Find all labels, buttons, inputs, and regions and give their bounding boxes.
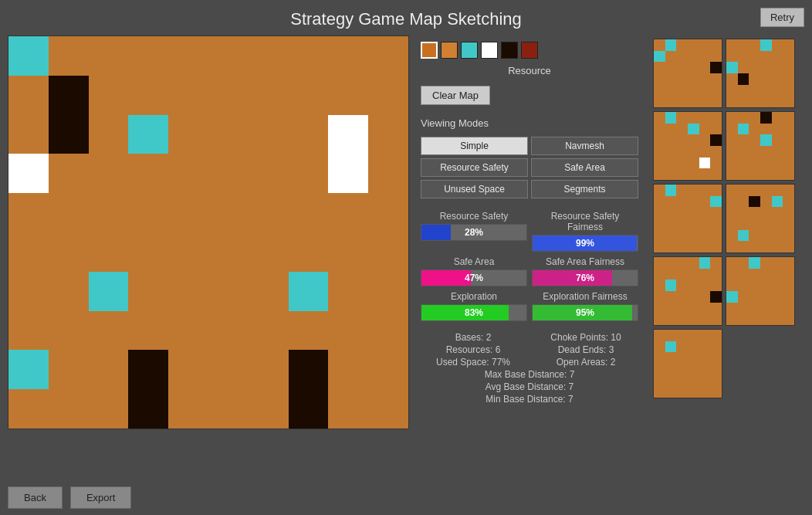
map-cell[interactable] bbox=[368, 115, 408, 154]
map-cell[interactable] bbox=[168, 193, 208, 232]
swatch[interactable] bbox=[461, 42, 478, 59]
map-cell[interactable] bbox=[168, 389, 208, 429]
map-cell[interactable] bbox=[249, 389, 289, 429]
map-cell[interactable] bbox=[368, 154, 408, 193]
map-cell[interactable] bbox=[168, 115, 208, 154]
map-cell[interactable] bbox=[8, 350, 49, 389]
map-cell[interactable] bbox=[128, 36, 168, 76]
map-cell[interactable] bbox=[208, 389, 249, 429]
map-cell[interactable] bbox=[49, 154, 89, 193]
map-cell[interactable] bbox=[328, 232, 368, 272]
map-cell[interactable] bbox=[128, 272, 168, 311]
map-cell[interactable] bbox=[8, 389, 49, 429]
map-cell[interactable] bbox=[89, 272, 129, 311]
map-cell[interactable] bbox=[168, 36, 208, 76]
map-cell[interactable] bbox=[368, 272, 408, 311]
map-cell[interactable] bbox=[289, 232, 329, 272]
map-cell[interactable] bbox=[128, 232, 168, 272]
thumbnail-4[interactable] bbox=[726, 111, 795, 181]
export-button[interactable]: Export bbox=[70, 486, 132, 509]
thumbnail-8[interactable] bbox=[726, 256, 795, 326]
map-cell[interactable] bbox=[208, 232, 249, 272]
map-cell[interactable] bbox=[128, 154, 168, 193]
map-cell[interactable] bbox=[168, 154, 208, 193]
map-cell[interactable] bbox=[249, 115, 289, 154]
map-cell[interactable] bbox=[89, 350, 129, 389]
map-cell[interactable] bbox=[249, 232, 289, 272]
map-cell[interactable] bbox=[368, 193, 408, 232]
thumbnail-6[interactable] bbox=[726, 184, 795, 253]
map-cell[interactable] bbox=[128, 311, 168, 351]
map-cell[interactable] bbox=[368, 389, 408, 429]
swatch[interactable] bbox=[481, 42, 498, 59]
thumbnail-2[interactable] bbox=[726, 39, 795, 108]
map-cell[interactable] bbox=[289, 389, 329, 429]
thumbnail-1[interactable] bbox=[653, 39, 722, 108]
map-cell[interactable] bbox=[328, 311, 368, 351]
map-cell[interactable] bbox=[208, 311, 249, 351]
map-cell[interactable] bbox=[328, 389, 368, 429]
map-cell[interactable] bbox=[49, 389, 89, 429]
map-cell[interactable] bbox=[89, 115, 129, 154]
mode-btn-unused-space[interactable]: Unused Space bbox=[421, 180, 528, 198]
thumbnail-5[interactable] bbox=[653, 184, 722, 253]
map-cell[interactable] bbox=[368, 76, 408, 115]
map-cell[interactable] bbox=[8, 272, 49, 311]
map-cell[interactable] bbox=[128, 115, 168, 154]
map-cell[interactable] bbox=[328, 115, 368, 154]
map-cell[interactable] bbox=[8, 36, 49, 76]
map-cell[interactable] bbox=[328, 350, 368, 389]
map-cell[interactable] bbox=[49, 232, 89, 272]
map-cell[interactable] bbox=[8, 154, 49, 193]
map-cell[interactable] bbox=[249, 154, 289, 193]
map-cell[interactable] bbox=[128, 389, 168, 429]
clear-map-button[interactable]: Clear Map bbox=[421, 86, 490, 105]
map-cell[interactable] bbox=[289, 154, 329, 193]
map-cell[interactable] bbox=[8, 115, 49, 154]
map-cell[interactable] bbox=[208, 272, 249, 311]
map-cell[interactable] bbox=[249, 272, 289, 311]
map-cell[interactable] bbox=[289, 311, 329, 351]
map-cell[interactable] bbox=[89, 311, 129, 351]
map-cell[interactable] bbox=[168, 272, 208, 311]
map-cell[interactable] bbox=[368, 350, 408, 389]
map-cell[interactable] bbox=[168, 311, 208, 351]
map-cell[interactable] bbox=[289, 272, 329, 311]
swatch[interactable] bbox=[501, 42, 518, 59]
map-cell[interactable] bbox=[49, 311, 89, 351]
swatch[interactable] bbox=[521, 42, 538, 59]
map-cell[interactable] bbox=[8, 232, 49, 272]
map-cell[interactable] bbox=[328, 193, 368, 232]
map-cell[interactable] bbox=[289, 76, 329, 115]
map-cell[interactable] bbox=[208, 76, 249, 115]
map-cell[interactable] bbox=[89, 36, 129, 76]
map-cell[interactable] bbox=[368, 311, 408, 351]
map-cell[interactable] bbox=[249, 76, 289, 115]
map-cell[interactable] bbox=[8, 311, 49, 351]
map-cell[interactable] bbox=[49, 115, 89, 154]
mode-btn-simple[interactable]: Simple bbox=[421, 137, 528, 155]
swatch[interactable] bbox=[421, 42, 438, 59]
map-cell[interactable] bbox=[49, 193, 89, 232]
map-cell[interactable] bbox=[249, 36, 289, 76]
map-cell[interactable] bbox=[368, 232, 408, 272]
map-cell[interactable] bbox=[49, 76, 89, 115]
mode-btn-resource-safety[interactable]: Resource Safety bbox=[421, 158, 528, 177]
back-button[interactable]: Back bbox=[8, 486, 63, 509]
map-cell[interactable] bbox=[328, 272, 368, 311]
map-cell[interactable] bbox=[249, 311, 289, 351]
map-cell[interactable] bbox=[49, 36, 89, 76]
map-cell[interactable] bbox=[208, 115, 249, 154]
thumbnail-3[interactable] bbox=[653, 111, 722, 181]
map-cell[interactable] bbox=[89, 232, 129, 272]
map-cell[interactable] bbox=[89, 154, 129, 193]
map-cell[interactable] bbox=[208, 36, 249, 76]
retry-button[interactable]: Retry bbox=[760, 8, 804, 27]
map-cell[interactable] bbox=[89, 389, 129, 429]
map-cell[interactable] bbox=[168, 350, 208, 389]
map-cell[interactable] bbox=[8, 76, 49, 115]
mode-btn-safe-area[interactable]: Safe Area bbox=[531, 158, 638, 177]
thumbnail-7[interactable] bbox=[653, 256, 722, 326]
map-cell[interactable] bbox=[89, 193, 129, 232]
map-cell[interactable] bbox=[328, 36, 368, 76]
